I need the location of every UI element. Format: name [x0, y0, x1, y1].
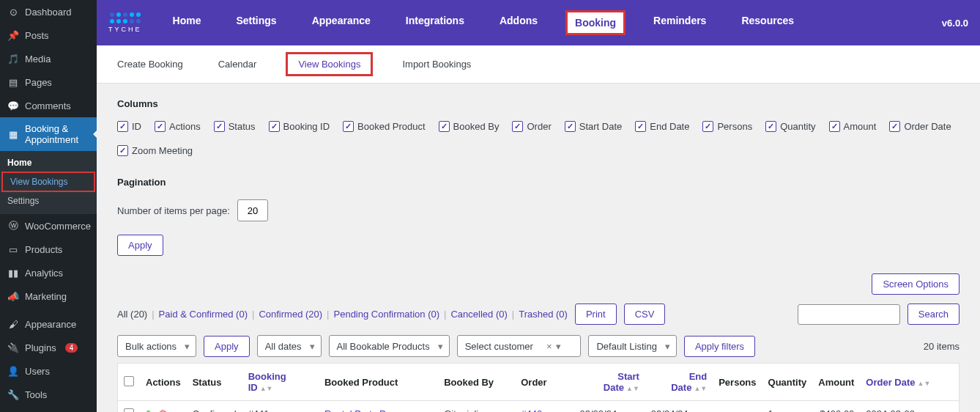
apply-filters-button[interactable]: Apply filters [684, 336, 755, 357]
topnav-addons[interactable]: Addons [492, 10, 545, 35]
col-order-date[interactable]: Order Date [889, 121, 951, 132]
filter-pending[interactable]: Pending Confirmation (0) [334, 309, 440, 320]
filter-all[interactable]: All (20) [117, 309, 147, 320]
menu-products[interactable]: ▭Products [0, 238, 97, 261]
products-select[interactable]: All Bookable Products [329, 335, 450, 357]
menu-pages[interactable]: ▤Pages [0, 70, 97, 94]
bulk-actions-select[interactable]: Bulk actions [117, 335, 196, 357]
th-booked-by: Booked By [438, 364, 515, 401]
th-order-date[interactable]: Order Date▲▼ [860, 364, 959, 401]
th-order: Order [515, 364, 573, 401]
print-button[interactable]: Print [575, 304, 617, 325]
cell-persons [713, 401, 762, 413]
menu-analytics[interactable]: ▮▮Analytics [0, 261, 97, 284]
row-checkbox[interactable] [124, 408, 134, 412]
submenu-home[interactable]: Home [0, 154, 97, 172]
cell-start-date: 03/22/24 [574, 401, 645, 413]
clear-customer-icon[interactable]: × [546, 341, 552, 352]
col-end-date[interactable]: End Date [635, 121, 689, 132]
menu-appearance[interactable]: 🖌Appearance [0, 312, 97, 336]
topnav-home[interactable]: Home [166, 10, 209, 35]
menu-comments[interactable]: 💬Comments [0, 94, 97, 117]
media-icon: 🎵 [7, 53, 19, 65]
col-zoom-meeting[interactable]: Zoom Meeting [117, 145, 193, 156]
pagination-heading: Pagination [117, 177, 959, 188]
col-quantity[interactable]: Quantity [765, 121, 815, 132]
menu-settings[interactable]: ⚙Settings [0, 406, 97, 412]
topnav-resources[interactable]: Resources [734, 10, 801, 35]
cell-booked-by: Gitanjali Choksi [438, 401, 515, 413]
filter-trashed[interactable]: Trashed (0) [519, 309, 568, 320]
col-persons[interactable]: Persons [702, 121, 752, 132]
col-actions[interactable]: Actions [155, 121, 201, 132]
top-nav: Home Settings Appearance Integrations Ad… [166, 10, 801, 35]
bookings-table: Actions Status Booking ID▲▼ Booked Produ… [117, 363, 959, 412]
topnav-appearance[interactable]: Appearance [305, 10, 378, 35]
submenu-view-bookings[interactable]: View Bookings [3, 173, 94, 191]
menu-users[interactable]: 👤Users [0, 359, 97, 383]
submenu-settings[interactable]: Settings [0, 192, 97, 210]
per-page-label: Number of items per page: [117, 205, 230, 216]
menu-marketing[interactable]: 📣Marketing [0, 284, 97, 308]
topnav-reminders[interactable]: Reminders [646, 10, 713, 35]
bulk-apply-button[interactable]: Apply [204, 336, 250, 357]
filter-confirmed[interactable]: Confirmed (20) [259, 309, 322, 320]
cell-status: Confirmed [187, 401, 242, 413]
per-page-input[interactable] [237, 199, 268, 221]
apply-screen-options-button[interactable]: Apply [117, 235, 163, 256]
plugin-update-badge: 4 [65, 343, 78, 353]
cell-product-link[interactable]: Rental Party Dresses - XL [324, 408, 420, 412]
sub-nav: Create Booking Calendar View Bookings Im… [97, 45, 980, 84]
dates-select[interactable]: All dates [257, 335, 322, 357]
th-persons: Persons [713, 364, 762, 401]
filter-paid-confirmed[interactable]: Paid & Confirmed (0) [159, 309, 248, 320]
topnav-booking[interactable]: Booking [565, 10, 626, 35]
th-start-date[interactable]: Start Date▲▼ [574, 364, 645, 401]
filter-cancelled[interactable]: Cancelled (0) [450, 309, 507, 320]
megaphone-icon: 📣 [7, 290, 19, 302]
columns-heading: Columns [117, 98, 959, 109]
menu-media[interactable]: 🎵Media [0, 47, 97, 70]
menu-plugins[interactable]: 🔌Plugins4 [0, 336, 97, 359]
cell-end-date: 03/24/24 [651, 408, 688, 412]
topnav-integrations[interactable]: Integrations [398, 10, 472, 35]
col-start-date[interactable]: Start Date [565, 121, 623, 132]
col-id[interactable]: ID [117, 121, 141, 132]
cell-quantity: 1 [762, 401, 813, 413]
col-amount[interactable]: Amount [829, 121, 877, 132]
subnav-view-bookings[interactable]: View Bookings [286, 52, 373, 76]
wp-admin-sidebar: ⊙Dashboard 📌Posts 🎵Media ▤Pages 💬Comment… [0, 0, 97, 412]
th-booking-id[interactable]: Booking ID▲▼ [242, 364, 319, 401]
subnav-calendar[interactable]: Calendar [212, 54, 263, 74]
cell-order-link[interactable]: #440 [521, 408, 542, 412]
th-end-date[interactable]: End Date▲▼ [645, 364, 713, 401]
edit-icon[interactable]: ✎ [146, 408, 154, 412]
col-booked-product[interactable]: Booked Product [343, 121, 426, 132]
col-order[interactable]: Order [512, 121, 551, 132]
user-icon: 👤 [7, 365, 19, 377]
col-status[interactable]: Status [214, 121, 256, 132]
bars-icon: ▮▮ [7, 267, 19, 279]
listing-select[interactable]: Default Listing [588, 335, 676, 357]
col-booking-id[interactable]: Booking ID [269, 121, 330, 132]
customer-select[interactable]: Select customer×▾ [457, 335, 582, 357]
menu-dashboard[interactable]: ⊙Dashboard [0, 0, 97, 23]
cell-booking-id: #441 [242, 401, 319, 413]
search-input[interactable] [798, 304, 900, 325]
subnav-create-booking[interactable]: Create Booking [111, 54, 189, 74]
menu-woocommerce[interactable]: ⓦWooCommerce [0, 214, 97, 238]
topnav-settings[interactable]: Settings [229, 10, 283, 35]
csv-button[interactable]: CSV [624, 304, 666, 325]
search-button[interactable]: Search [907, 304, 959, 325]
screen-options-button[interactable]: Screen Options [872, 273, 959, 295]
pin-icon: 📌 [7, 29, 19, 41]
col-booked-by[interactable]: Booked By [439, 121, 500, 132]
comment-icon: 💬 [7, 100, 19, 111]
menu-posts[interactable]: 📌Posts [0, 23, 97, 47]
table-row: ✎🗑 Confirmed #441 Rental Party Dresses -… [118, 401, 959, 413]
select-all-checkbox[interactable] [124, 376, 134, 386]
delete-icon[interactable]: 🗑 [158, 408, 168, 412]
menu-tools[interactable]: 🔧Tools [0, 383, 97, 406]
subnav-import-bookings[interactable]: Import Bookings [396, 54, 477, 74]
menu-booking-appointment[interactable]: ▦Booking & Appointment [0, 117, 97, 151]
